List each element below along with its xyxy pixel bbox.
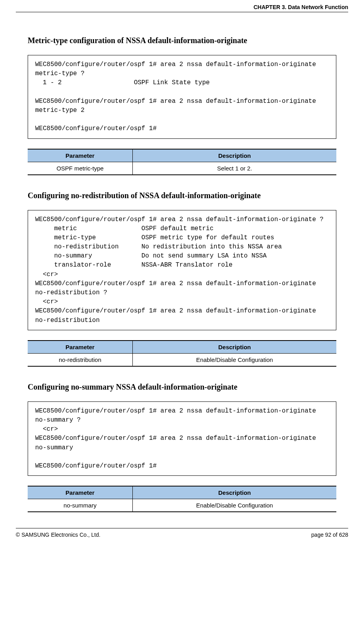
- code-block-2: WEC8500/configure/router/ospf 1# area 2 …: [28, 210, 336, 330]
- table-row: no-redistribution Enable/Disable Configu…: [28, 353, 336, 366]
- td-parameter: OSPF metric-type: [28, 162, 133, 175]
- section-heading-1: Metric-type configuration of NSSA defaul…: [28, 36, 348, 45]
- param-table-3: Parameter Description no-summary Enable/…: [28, 486, 336, 512]
- td-description: Enable/Disable Configuration: [133, 353, 336, 366]
- th-description: Description: [133, 486, 336, 499]
- th-parameter: Parameter: [28, 149, 133, 162]
- table-row: no-summary Enable/Disable Configuration: [28, 499, 336, 512]
- th-description: Description: [133, 149, 336, 162]
- th-parameter: Parameter: [28, 341, 133, 354]
- section-heading-3: Configuring no-summary NSSA default-info…: [28, 382, 348, 392]
- td-description: Select 1 or 2.: [133, 162, 336, 175]
- th-parameter: Parameter: [28, 486, 133, 499]
- param-table-2: Parameter Description no-redistribution …: [28, 340, 336, 367]
- footer-page-info: page 92 of 628: [311, 532, 348, 538]
- th-description: Description: [133, 341, 336, 354]
- page-footer: © SAMSUNG Electronics Co., Ltd. page 92 …: [16, 528, 348, 538]
- code-block-1: WEC8500/configure/router/ospf 1# area 2 …: [28, 55, 336, 139]
- param-table-1: Parameter Description OSPF metric-type S…: [28, 149, 336, 175]
- table-header-row: Parameter Description: [28, 486, 336, 499]
- table-header-row: Parameter Description: [28, 149, 336, 162]
- td-parameter: no-summary: [28, 499, 133, 512]
- td-parameter: no-redistribution: [28, 353, 133, 366]
- td-description: Enable/Disable Configuration: [133, 499, 336, 512]
- table-header-row: Parameter Description: [28, 341, 336, 354]
- code-block-3: WEC8500/configure/router/ospf 1# area 2 …: [28, 401, 336, 476]
- chapter-header: CHAPTER 3. Data Network Function: [16, 4, 348, 12]
- table-row: OSPF metric-type Select 1 or 2.: [28, 162, 336, 175]
- footer-copyright: © SAMSUNG Electronics Co., Ltd.: [16, 532, 100, 538]
- section-heading-2: Configuring no-redistribution of NSSA de…: [28, 191, 348, 200]
